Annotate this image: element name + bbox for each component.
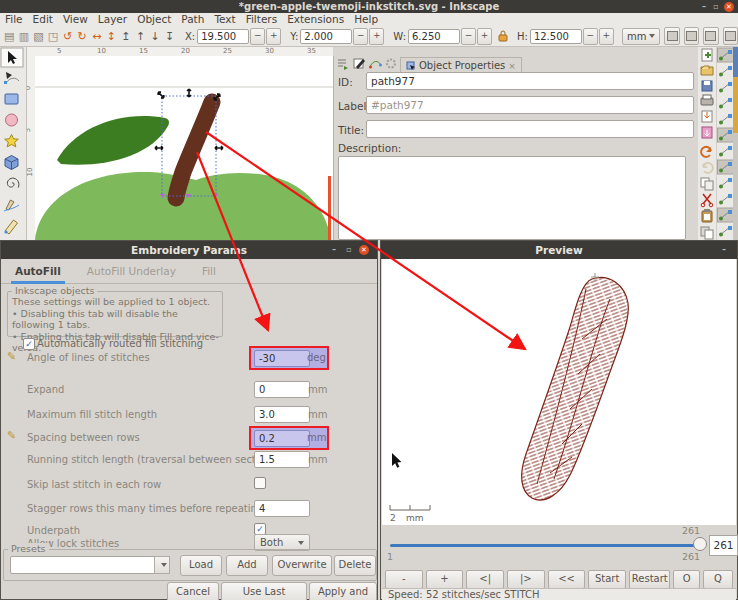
slower-button[interactable]: - — [385, 570, 423, 589]
export-list-icon[interactable] — [338, 60, 348, 70]
preview-titlebar[interactable]: Preview – — [381, 241, 737, 259]
apple-leaf-shape[interactable] — [57, 116, 169, 165]
menu-layer[interactable]: Layer — [98, 13, 127, 26]
menu-file[interactable]: File — [5, 13, 23, 26]
load-button[interactable]: Load — [180, 555, 222, 576]
close-icon[interactable]: ✕ — [359, 245, 369, 255]
menu-path[interactable]: Path — [181, 13, 204, 26]
y-plus-button[interactable]: + — [369, 28, 384, 45]
label-input[interactable] — [366, 96, 694, 114]
auto-route-checkbox[interactable]: ✓ — [23, 338, 35, 350]
flip-vertical-icon[interactable]: ↕ — [105, 29, 118, 44]
paste-icon[interactable] — [702, 209, 712, 222]
snap-icon[interactable] — [719, 226, 732, 237]
faster-button[interactable]: + — [426, 570, 464, 589]
menu-object[interactable]: Object — [137, 13, 171, 26]
close-icon[interactable]: ✕ — [724, 2, 734, 12]
stagger-input[interactable] — [254, 500, 310, 517]
copy-icon[interactable] — [701, 178, 713, 190]
undo-icon[interactable] — [701, 147, 711, 157]
unit-dropdown[interactable]: mm — [622, 28, 660, 45]
w-plus-button[interactable]: + — [477, 28, 492, 45]
tab-autofill[interactable]: AutoFill — [15, 265, 61, 277]
menu-view[interactable]: View — [63, 13, 88, 26]
restart-button[interactable]: Restart — [629, 570, 670, 589]
h-plus-button[interactable]: + — [599, 28, 614, 45]
add-button[interactable]: Add — [226, 555, 268, 576]
maximize-icon[interactable]: ▫ — [344, 245, 354, 255]
menu-filters[interactable]: Filters — [246, 13, 277, 26]
preset-dropdown-button[interactable] — [154, 556, 170, 574]
maximize-icon[interactable]: ▫ — [711, 2, 721, 12]
lock-ratio-icon[interactable] — [498, 30, 508, 42]
canvas[interactable] — [35, 56, 333, 240]
snap-icon[interactable] — [719, 146, 732, 157]
y-minus-button[interactable]: − — [353, 28, 368, 45]
w-input[interactable] — [408, 29, 460, 44]
affect-gradients-toggle[interactable] — [703, 27, 718, 45]
menu-text[interactable]: Text — [214, 13, 235, 26]
snap-icon[interactable] — [719, 82, 732, 93]
import-icon[interactable] — [702, 111, 712, 122]
rectangle-tool[interactable] — [5, 94, 18, 104]
h-minus-button[interactable]: − — [583, 28, 598, 45]
cut-icon[interactable] — [701, 194, 713, 207]
raise-to-top-icon[interactable]: ↥ — [120, 29, 133, 44]
raise-icon[interactable]: ↑ — [134, 29, 147, 44]
menu-extensions[interactable]: Extensions — [287, 13, 344, 26]
stitch-slider-track[interactable] — [390, 544, 702, 547]
angle-input[interactable] — [254, 350, 310, 367]
affect-patterns-toggle[interactable] — [723, 27, 738, 45]
params-titlebar[interactable]: Embroidery Params – ▫ ✕ — [1, 241, 377, 259]
select-all-layers-icon[interactable]: ▥ — [18, 29, 31, 44]
spacing-input[interactable] — [254, 430, 310, 447]
minimize-icon[interactable]: – — [719, 245, 729, 255]
pencil-tool[interactable] — [4, 200, 19, 211]
lower-to-bottom-icon[interactable]: ↧ — [163, 29, 176, 44]
snap-icon[interactable] — [719, 66, 732, 77]
menu-edit[interactable]: Edit — [33, 13, 53, 26]
3dbox-tool[interactable] — [5, 156, 18, 170]
minimize-icon[interactable]: – — [699, 2, 709, 12]
lower-icon[interactable]: ↓ — [149, 29, 162, 44]
deselect-icon[interactable]: ▧ — [32, 29, 45, 44]
step-back-button[interactable]: <| — [466, 570, 504, 589]
selector-tool[interactable] — [1, 48, 23, 67]
stitch-number-input[interactable]: 261 — [709, 535, 738, 556]
xml-editor-icon[interactable] — [354, 59, 365, 69]
minimize-icon[interactable]: – — [329, 245, 339, 255]
id-input[interactable] — [366, 72, 694, 90]
snap-icon[interactable] — [719, 194, 732, 205]
delete-button[interactable]: Delete — [334, 555, 376, 576]
q-button[interactable]: Q — [703, 570, 733, 589]
print-icon[interactable] — [701, 95, 713, 105]
y-input[interactable] — [300, 29, 352, 44]
title-input[interactable] — [366, 120, 694, 138]
running-input[interactable] — [254, 451, 310, 468]
tab-fill[interactable]: Fill — [202, 265, 216, 277]
spiral-tool[interactable] — [7, 178, 19, 188]
select-all-icon[interactable]: ▤ — [3, 29, 16, 44]
o-button[interactable]: O — [673, 570, 699, 589]
start-button[interactable]: Start — [588, 570, 626, 589]
new-document-icon[interactable] — [702, 49, 712, 61]
rotate-ccw-icon[interactable]: ↺ — [61, 29, 74, 44]
cancel-button[interactable]: Cancel — [167, 582, 219, 600]
affect-corners-toggle[interactable] — [684, 27, 699, 45]
overwrite-button[interactable]: Overwrite — [272, 555, 332, 576]
redo-icon[interactable] — [703, 163, 713, 173]
save-icon[interactable] — [702, 81, 712, 91]
skip-last-checkbox[interactable] — [254, 477, 266, 489]
star-tool[interactable] — [5, 135, 19, 147]
node-tool[interactable] — [4, 72, 19, 84]
ellipse-tool[interactable] — [6, 114, 18, 126]
flip-horizontal-icon[interactable]: ↔ — [90, 29, 103, 44]
use-last-settings-button[interactable]: Use Last Settings — [221, 582, 307, 600]
settings-gear-icon[interactable] — [387, 60, 395, 68]
description-textarea[interactable] — [338, 156, 686, 240]
preview-canvas[interactable]: 2 mm — [382, 259, 736, 525]
preset-name-input[interactable] — [10, 556, 158, 574]
calligraphy-tool[interactable] — [4, 220, 17, 234]
x-plus-button[interactable]: + — [266, 28, 281, 45]
h-input[interactable] — [530, 29, 582, 44]
